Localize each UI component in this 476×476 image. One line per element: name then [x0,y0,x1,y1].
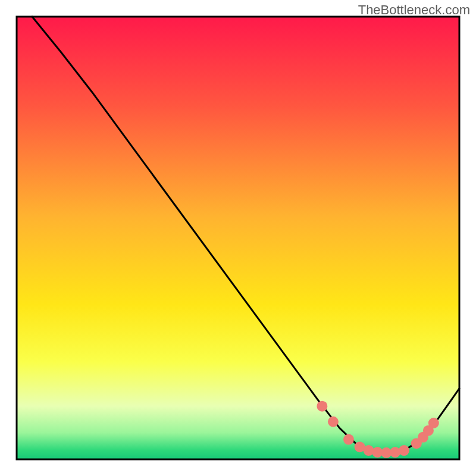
bottleneck-chart [0,0,476,476]
curve-marker [390,447,400,458]
plot-background [17,17,459,459]
curve-marker [428,418,439,428]
chart-container: TheBottleneck.com [0,0,476,476]
curve-marker [317,401,327,412]
curve-marker [363,445,374,456]
curve-marker [328,416,339,427]
curve-marker [343,434,354,445]
watermark-text: TheBottleneck.com [358,2,470,18]
curve-marker [399,445,409,456]
